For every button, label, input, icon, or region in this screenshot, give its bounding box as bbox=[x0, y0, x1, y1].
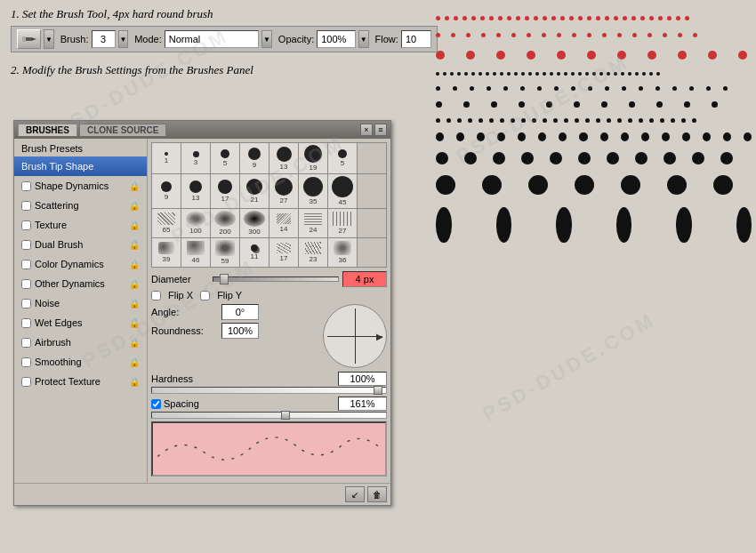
opacity-label: Opacity: bbox=[278, 34, 314, 44]
panel-menu-button[interactable]: ≡ bbox=[374, 124, 387, 136]
opacity-value[interactable]: 100% bbox=[317, 30, 356, 48]
brush-cell[interactable]: 1 bbox=[152, 143, 181, 173]
angle-input[interactable]: 0° bbox=[221, 304, 259, 320]
brush-cell[interactable]: 23 bbox=[299, 238, 327, 267]
hardness-slider[interactable] bbox=[151, 387, 387, 394]
mode-label: Mode: bbox=[134, 34, 162, 44]
brush-cell[interactable]: 100 bbox=[181, 209, 210, 237]
brush-cell[interactable]: 39 bbox=[152, 238, 181, 267]
sidebar-item-smoothing[interactable]: Smoothing 🔒 bbox=[14, 352, 147, 372]
brush-cell[interactable]: 45 bbox=[328, 174, 357, 208]
brush-cell[interactable]: 46 bbox=[181, 238, 210, 267]
dot-row-4 bbox=[436, 68, 752, 79]
brush-cell[interactable]: 13 bbox=[269, 143, 298, 173]
sidebar-item-protect-texture[interactable]: Protect Texture 🔒 bbox=[14, 372, 147, 391]
svg-marker-1 bbox=[31, 37, 36, 41]
footer-button-1[interactable]: ↙ bbox=[345, 486, 365, 502]
brush-cell[interactable]: 300 bbox=[240, 209, 269, 237]
sidebar-item-brush-tip-shape[interactable]: Brush Tip Shape bbox=[14, 156, 147, 176]
flip-y-checkbox[interactable] bbox=[200, 291, 210, 301]
dot-row-11 bbox=[436, 204, 752, 246]
brush-size-display[interactable]: 3 bbox=[92, 30, 116, 48]
panel-close-button[interactable]: × bbox=[360, 124, 373, 136]
panel-window-controls: × ≡ bbox=[360, 124, 387, 136]
flip-y-label: Flip Y bbox=[217, 290, 242, 301]
sidebar-item-noise[interactable]: Noise 🔒 bbox=[14, 293, 147, 313]
diameter-slider[interactable] bbox=[213, 276, 339, 282]
brush-cell[interactable]: 5 bbox=[328, 143, 357, 173]
flip-x-checkbox[interactable] bbox=[151, 291, 161, 301]
brush-cell[interactable]: 17 bbox=[269, 238, 298, 267]
diameter-value[interactable]: 4 px bbox=[342, 271, 387, 287]
footer-button-2[interactable]: 🗑 bbox=[367, 486, 387, 502]
panel-tabs: BRUSHES CLONE SOURCE bbox=[18, 124, 166, 136]
brush-cell[interactable]: 200 bbox=[211, 209, 239, 237]
brush-cell[interactable]: 14 bbox=[269, 209, 298, 237]
sidebar-item-other-dynamics[interactable]: Other Dynamics 🔒 bbox=[14, 274, 147, 293]
dual-brush-checkbox[interactable] bbox=[21, 240, 31, 250]
color-dynamics-checkbox[interactable] bbox=[21, 260, 31, 269]
spacing-checkbox[interactable] bbox=[151, 399, 161, 409]
sidebar-item-color-dynamics[interactable]: Color Dynamics 🔒 bbox=[14, 254, 147, 274]
sidebar-item-wet-edges[interactable]: Wet Edges 🔒 bbox=[14, 313, 147, 333]
panel-footer: ↙ 🗑 bbox=[14, 483, 390, 505]
brush-cell[interactable]: 24 bbox=[299, 209, 327, 237]
flow-value[interactable]: 10 bbox=[401, 30, 431, 48]
spacing-value[interactable]: 161% bbox=[338, 397, 387, 411]
smoothing-checkbox[interactable] bbox=[21, 357, 31, 367]
tab-brushes[interactable]: BRUSHES bbox=[18, 124, 77, 136]
dot-row-9 bbox=[436, 148, 752, 168]
brush-cell[interactable]: 27 bbox=[328, 209, 357, 237]
brush-cell[interactable]: 19 bbox=[299, 143, 327, 173]
brush-cell[interactable]: 3 bbox=[181, 143, 210, 173]
brush-cell[interactable]: 11 bbox=[240, 238, 269, 267]
brush-cell[interactable]: 59 bbox=[211, 238, 239, 267]
texture-checkbox[interactable] bbox=[21, 220, 31, 230]
opacity-arrow[interactable]: ▼ bbox=[358, 30, 369, 48]
sidebar-section-brush-presets[interactable]: Brush Presets bbox=[14, 140, 147, 156]
brush-cell[interactable]: 17 bbox=[211, 174, 239, 208]
brush-cell[interactable]: 13 bbox=[181, 174, 210, 208]
flip-x-label: Flip X bbox=[168, 290, 193, 301]
brush-cell[interactable]: 21 bbox=[240, 174, 269, 208]
angle-roundness-section: Angle: 0° Roundness: 100% bbox=[151, 304, 387, 368]
other-dynamics-checkbox[interactable] bbox=[21, 279, 31, 289]
shape-dynamics-checkbox[interactable] bbox=[21, 181, 31, 191]
brush-cell[interactable]: 9 bbox=[152, 174, 181, 208]
tab-clone-source[interactable]: CLONE SOURCE bbox=[79, 124, 167, 136]
mode-value[interactable]: Normal bbox=[165, 30, 259, 48]
hardness-value[interactable]: 100% bbox=[338, 372, 387, 386]
smoothing-lock-icon: 🔒 bbox=[129, 357, 140, 367]
sidebar-item-airbrush[interactable]: Airbrush 🔒 bbox=[14, 333, 147, 352]
airbrush-checkbox[interactable] bbox=[21, 338, 31, 348]
roundness-label: Roundness: bbox=[151, 325, 218, 336]
protect-texture-checkbox[interactable] bbox=[21, 377, 31, 387]
roundness-input[interactable]: 100% bbox=[221, 323, 259, 339]
sidebar-item-texture[interactable]: Texture 🔒 bbox=[14, 215, 147, 235]
brush-size-arrow[interactable]: ▼ bbox=[118, 30, 129, 48]
sidebar-item-dual-brush[interactable]: Dual Brush 🔒 bbox=[14, 235, 147, 254]
tool-dropdown-arrow[interactable]: ▼ bbox=[44, 29, 54, 49]
dual-brush-lock-icon: 🔒 bbox=[129, 240, 140, 250]
brush-cell[interactable]: 65 bbox=[152, 209, 181, 237]
mode-arrow[interactable]: ▼ bbox=[261, 30, 272, 48]
scattering-checkbox[interactable] bbox=[21, 201, 31, 211]
wet-edges-checkbox[interactable] bbox=[21, 318, 31, 328]
brush-label: Brush: bbox=[60, 34, 89, 44]
brush-tool-button[interactable] bbox=[17, 29, 41, 49]
brush-cell[interactable]: 5 bbox=[211, 143, 239, 173]
brush-cell-empty bbox=[358, 238, 386, 267]
brush-cell-empty bbox=[358, 209, 386, 237]
sidebar-item-scattering[interactable]: Scattering 🔒 bbox=[14, 196, 147, 215]
spacing-slider[interactable] bbox=[151, 412, 387, 419]
sidebar-item-shape-dynamics[interactable]: Shape Dynamics 🔒 bbox=[14, 176, 147, 196]
brush-cell[interactable]: 36 bbox=[328, 238, 357, 267]
texture-lock-icon: 🔒 bbox=[129, 220, 140, 230]
protect-texture-lock-icon: 🔒 bbox=[129, 377, 140, 387]
dot-row-10 bbox=[436, 172, 752, 198]
brush-cell[interactable]: 27 bbox=[269, 174, 298, 208]
noise-checkbox[interactable] bbox=[21, 299, 31, 309]
brush-stroke-preview bbox=[151, 421, 387, 477]
brush-cell[interactable]: 35 bbox=[299, 174, 327, 208]
brush-cell[interactable]: 9 bbox=[240, 143, 269, 173]
